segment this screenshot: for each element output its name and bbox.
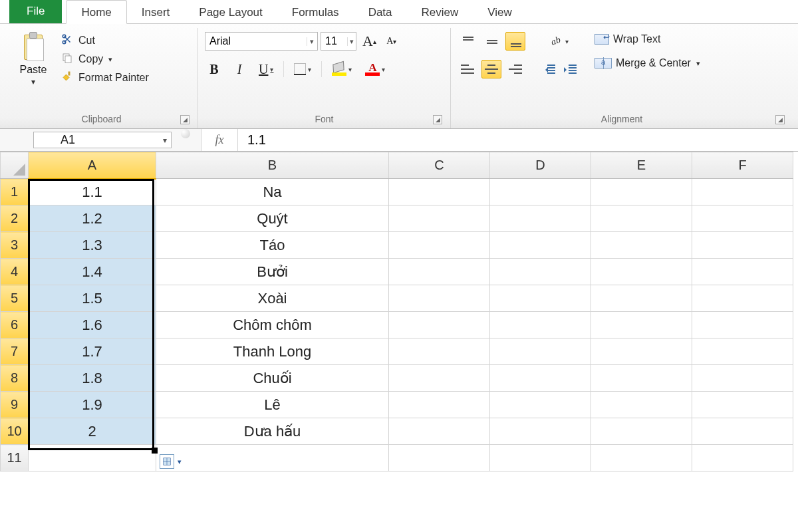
- formula-input[interactable]: [238, 129, 798, 151]
- cell[interactable]: [591, 232, 692, 259]
- cell[interactable]: [591, 259, 692, 285]
- chevron-down-icon[interactable]: ▾: [108, 55, 112, 64]
- chevron-down-icon[interactable]: ▾: [307, 37, 317, 46]
- font-name-input[interactable]: [205, 34, 307, 49]
- cell[interactable]: Chôm chôm: [156, 312, 389, 338]
- underline-button[interactable]: U▾: [255, 60, 277, 78]
- cell[interactable]: [591, 205, 692, 232]
- cell[interactable]: [692, 445, 793, 471]
- paste-button[interactable]: Paste ▾: [12, 29, 55, 86]
- cell[interactable]: [692, 365, 793, 392]
- cell[interactable]: 1.3: [29, 232, 156, 259]
- cell[interactable]: [389, 285, 490, 312]
- row-header[interactable]: 3: [1, 232, 29, 259]
- cell[interactable]: [591, 338, 692, 365]
- row-header[interactable]: 9: [1, 392, 29, 418]
- cell[interactable]: Táo: [156, 232, 389, 259]
- row-header[interactable]: 8: [1, 365, 29, 392]
- cell[interactable]: [591, 285, 692, 312]
- cell[interactable]: [591, 312, 692, 338]
- cell[interactable]: [490, 365, 591, 392]
- row-header[interactable]: 1: [1, 179, 29, 205]
- cell[interactable]: [490, 418, 591, 445]
- fill-handle[interactable]: [152, 448, 158, 454]
- tab-home[interactable]: Home: [66, 0, 126, 24]
- orientation-button[interactable]: ab▾: [540, 32, 580, 51]
- cell[interactable]: [490, 259, 591, 285]
- cell[interactable]: [389, 365, 490, 392]
- cell[interactable]: [692, 312, 793, 338]
- cell[interactable]: 1.2: [29, 205, 156, 232]
- cell[interactable]: [389, 338, 490, 365]
- increase-font-button[interactable]: A▴: [359, 32, 380, 51]
- column-header-A[interactable]: A: [29, 152, 156, 179]
- italic-button[interactable]: I: [230, 60, 249, 78]
- cell[interactable]: [389, 392, 490, 418]
- tab-file[interactable]: File: [9, 0, 62, 23]
- cell[interactable]: Na: [156, 179, 389, 205]
- tab-insert[interactable]: Insert: [127, 1, 185, 23]
- select-all-corner[interactable]: [1, 152, 29, 179]
- cancel-entry-icon[interactable]: [181, 129, 190, 138]
- tab-view[interactable]: View: [473, 1, 527, 23]
- format-painter-button[interactable]: Format Painter: [60, 69, 149, 86]
- column-header-E[interactable]: E: [591, 152, 692, 179]
- cell[interactable]: [156, 445, 389, 471]
- cut-button[interactable]: Cut: [60, 32, 149, 49]
- cell[interactable]: 1.9: [29, 392, 156, 418]
- cell[interactable]: 1.7: [29, 338, 156, 365]
- cell[interactable]: Thanh Long: [156, 338, 389, 365]
- cell[interactable]: [490, 392, 591, 418]
- row-header[interactable]: 7: [1, 338, 29, 365]
- chevron-down-icon[interactable]: ▾: [163, 136, 167, 145]
- align-center-button[interactable]: [481, 60, 501, 78]
- decrease-indent-button[interactable]: [540, 60, 559, 78]
- cell[interactable]: [389, 259, 490, 285]
- cell[interactable]: Lê: [156, 392, 389, 418]
- row-header[interactable]: 6: [1, 312, 29, 338]
- cell[interactable]: [692, 285, 793, 312]
- chevron-down-icon[interactable]: ▾: [696, 59, 700, 68]
- cell[interactable]: Bưởi: [156, 259, 389, 285]
- cell[interactable]: [692, 205, 793, 232]
- align-bottom-button[interactable]: [505, 32, 525, 51]
- row-header[interactable]: 2: [1, 205, 29, 232]
- cell[interactable]: [490, 232, 591, 259]
- row-header[interactable]: 4: [1, 259, 29, 285]
- cell[interactable]: 1.8: [29, 365, 156, 392]
- tab-data[interactable]: Data: [354, 1, 407, 23]
- cell[interactable]: [591, 179, 692, 205]
- chevron-down-icon[interactable]: ▾: [31, 77, 35, 86]
- cell[interactable]: [692, 179, 793, 205]
- cell[interactable]: [591, 418, 692, 445]
- cell[interactable]: [389, 205, 490, 232]
- font-dialog-launcher[interactable]: ◢: [433, 115, 442, 124]
- cell[interactable]: [490, 179, 591, 205]
- cell[interactable]: 1.5: [29, 285, 156, 312]
- column-header-D[interactable]: D: [490, 152, 591, 179]
- cell[interactable]: [389, 312, 490, 338]
- column-header-B[interactable]: B: [156, 152, 389, 179]
- align-left-button[interactable]: [458, 60, 477, 78]
- spreadsheet-grid[interactable]: A B C D E F 11.1Na21.2Quýt31.3Táo41.4Bưở…: [0, 152, 798, 471]
- align-right-button[interactable]: [505, 60, 525, 78]
- cell[interactable]: 2: [29, 418, 156, 445]
- cell[interactable]: Quýt: [156, 205, 389, 232]
- font-name-combo[interactable]: ▾: [205, 32, 318, 51]
- cell[interactable]: [591, 445, 692, 471]
- alignment-dialog-launcher[interactable]: ◢: [775, 115, 785, 124]
- tab-page-layout[interactable]: Page Layout: [184, 1, 277, 23]
- align-top-button[interactable]: [458, 32, 477, 51]
- autofill-options-button[interactable]: [160, 454, 174, 469]
- tab-formulas[interactable]: Formulas: [277, 1, 354, 23]
- cell[interactable]: [389, 445, 490, 471]
- cell[interactable]: [389, 232, 490, 259]
- cell[interactable]: [692, 392, 793, 418]
- cell[interactable]: [591, 365, 692, 392]
- font-color-button[interactable]: A▾: [362, 60, 388, 78]
- cell[interactable]: Dưa hấu: [156, 418, 389, 445]
- borders-button[interactable]: ▾: [291, 60, 315, 78]
- fill-color-button[interactable]: ▾: [329, 60, 355, 78]
- cell[interactable]: 1.4: [29, 259, 156, 285]
- cell[interactable]: Chuối: [156, 365, 389, 392]
